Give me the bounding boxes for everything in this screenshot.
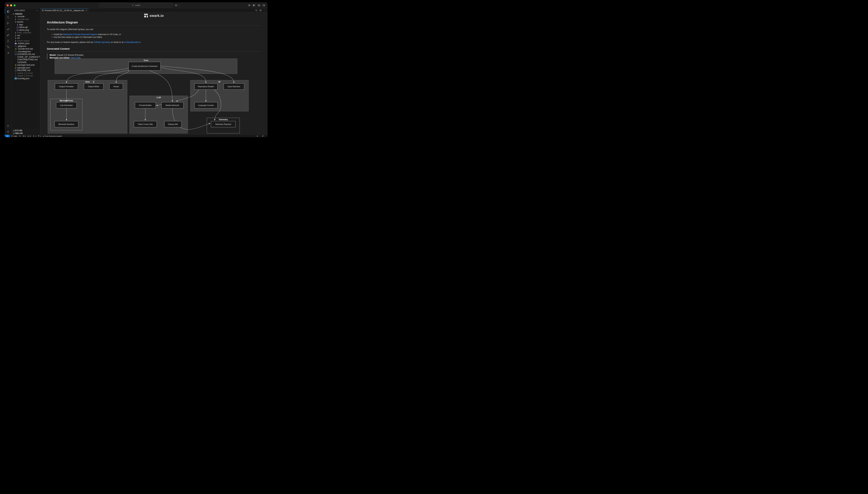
explorer-more-actions-icon[interactable]: ⋯: [36, 9, 38, 12]
text: Mermaid Live Editor: [50, 57, 70, 59]
tree-file-CHANGELOG.md[interactable]: CHANGELOG.md: [12, 53, 40, 56]
tree-file-README.md[interactable]: iREADME.md: [12, 69, 40, 72]
vscode-window: swark EXPLORER ⋯ ❯SWARK❯.vscode❯.vscode-…: [5, 2, 268, 137]
tree-folder-SWARK[interactable]: ❯SWARK: [12, 13, 40, 15]
toggle-primary-sidebar-icon[interactable]: [253, 4, 255, 6]
tree-file-swark-1.3.6.vsix[interactable]: ≡swark-1.3.6.vsix: [12, 75, 40, 77]
status-sync[interactable]: [19, 135, 21, 137]
link[interactable]: View: [71, 57, 75, 59]
activity-bar-item-remote-explorer[interactable]: [5, 44, 12, 50]
activity-bar-item-files[interactable]: [5, 8, 12, 14]
tree-folder-src[interactable]: ❯src: [12, 37, 40, 40]
divider: [47, 25, 261, 26]
error-icon: [23, 135, 24, 137]
tree-file-.gitignore[interactable]: .gitignore: [12, 45, 40, 48]
js-file-icon: JS: [15, 48, 17, 50]
tree-file-LICENSE[interactable]: LICENSE: [12, 61, 40, 64]
customize-layout-icon[interactable]: [248, 4, 251, 6]
tree-file-swark-1.3.4.vsix[interactable]: ≡swark-1.3.4.vsix: [12, 72, 40, 75]
chevron-right-icon: ❯: [12, 130, 14, 132]
minimize-window-button[interactable]: [10, 4, 12, 6]
git-file-icon: [14, 50, 17, 53]
tree-file-demo.png[interactable]: demo.png: [12, 28, 40, 32]
tree-folder-logo[interactable]: ❯logo: [12, 23, 40, 26]
copilot-icon[interactable]: [175, 4, 177, 6]
diagram-node-label: Output Formatter: [59, 85, 74, 88]
status-label: main: [14, 135, 17, 137]
tree-file-CONTRIBUTING.md[interactable]: CONTRIBUTING.md: [12, 58, 40, 61]
activity-bar-item-azure[interactable]: [5, 50, 12, 56]
editor-area: Preview 2025-01-10__15-08-14__diagram.md…: [40, 8, 268, 135]
activity-bar-item-testing[interactable]: [5, 38, 12, 44]
toggle-panel-icon[interactable]: [258, 4, 260, 6]
tree-item-label: demo.gif: [19, 26, 27, 28]
text: : Claude 3.5 Sonnet (Preview): [56, 54, 83, 56]
tree-folder-.vscode[interactable]: ❯.vscode: [12, 15, 40, 18]
diagram-group-label: IO: [191, 81, 249, 83]
tree-file-.vscode-test.mjs[interactable]: JS.vscode-test.mjs: [12, 48, 40, 50]
chevron-down-icon[interactable]: [178, 4, 179, 6]
tree-file-package-lock.json[interactable]: {}package-lock.json: [12, 64, 40, 66]
sidebar-section-outline[interactable]: ❯OUTLINE: [12, 129, 40, 132]
split-editor-icon[interactable]: [259, 9, 262, 12]
activity-bar-item-run-debug[interactable]: [5, 26, 12, 32]
link[interactable]: Markdown Preview Mermaid Support: [63, 33, 97, 36]
activity-bar-item-search[interactable]: [5, 14, 12, 20]
tree-folder-.vscode-test[interactable]: ❯.vscode-test: [12, 18, 40, 21]
diagram-group-mermaidtools: MermaidTools: [50, 99, 82, 130]
tree-folder-assets[interactable]: ❯assets: [12, 21, 40, 23]
zoom-window-button[interactable]: [14, 4, 16, 6]
diagram-node-pb: Prompt Builder: [135, 102, 156, 108]
tree-folder-swark-output[interactable]: ❯swark-output: [12, 39, 40, 42]
command-center-search[interactable]: swark: [99, 3, 173, 7]
sidebar-section-timeline[interactable]: ❯TIMELINE: [12, 132, 40, 135]
tree-item-label: CHANGELOG.md: [17, 53, 35, 55]
link[interactable]: contact@swark.io: [124, 41, 140, 43]
status-warning-0[interactable]: 0: [27, 135, 31, 137]
diagram-node-label: Model Interactor: [165, 104, 179, 107]
tree-file-demo.gif[interactable]: demo.gif: [12, 26, 40, 29]
swark-logo-icon: [144, 14, 148, 18]
status-copilot[interactable]: [256, 135, 258, 137]
diagram-group-core: Core: [55, 59, 237, 74]
status-debug-run-extension-swark-[interactable]: Run Extension (swark): [43, 135, 62, 137]
tree-file-package.json[interactable]: {}package.json: [12, 66, 40, 69]
azure-icon: [6, 51, 9, 54]
more-actions-icon[interactable]: [263, 9, 266, 12]
tab-preview-diagram[interactable]: Preview 2025-01-10__15-08-14__diagram.md…: [40, 8, 88, 12]
status-error-0[interactable]: 0: [23, 135, 26, 137]
toggle-secondary-sidebar-icon[interactable]: [262, 4, 265, 6]
edge-cac-to-of: [66, 68, 129, 82]
diagram-node-tr: Telemetry Reporter: [211, 121, 236, 127]
activity-bar-item-settings[interactable]: [5, 129, 12, 135]
activity-bar-item-source-control[interactable]: [5, 20, 12, 26]
tree-file-CODE_OF_CONDUCT.md[interactable]: ↓CODE_OF_CONDUCT.md: [12, 56, 40, 58]
tab-close-icon[interactable]: ×: [86, 10, 87, 12]
tree-folder-out[interactable]: ❯out: [12, 34, 40, 37]
tree-folder-node_modules[interactable]: ❯node_modules: [12, 32, 40, 34]
status-remote[interactable]: [5, 135, 10, 137]
tree-item-label: CODE_OF_CONDUCT.md: [17, 56, 40, 58]
activity-bar-item-extensions[interactable]: [5, 32, 12, 38]
diagram-node-label: Debug Utils: [168, 123, 178, 126]
status-tools-1[interactable]: 1: [33, 135, 36, 137]
diagram-node-label: Viewer: [113, 85, 119, 88]
tab-label: Preview 2025-01-10__15-08-14__diagram.md: [45, 10, 84, 12]
activity-bar-item-account[interactable]: [5, 123, 12, 129]
link[interactable]: Edit: [77, 57, 81, 59]
close-window-button[interactable]: [6, 4, 9, 6]
tree-file-.vscodeignore[interactable]: .vscodeignore: [12, 50, 40, 53]
status-tower-0[interactable]: 0: [38, 135, 41, 137]
tools-icon: [33, 135, 35, 137]
status-branch-main[interactable]: main: [11, 135, 17, 137]
diagram-group-label: MermaidTools: [51, 99, 82, 101]
status-bell-dot[interactable]: [262, 135, 264, 137]
blockquote-line: Model: Claude 3.5 Sonnet (Preview): [50, 54, 261, 56]
open-preview-source-icon[interactable]: [255, 9, 257, 12]
link[interactable]: GitHub repository: [94, 41, 110, 43]
chevron-down-icon: ❯: [13, 13, 15, 15]
tree-file-.eslintrc.json[interactable]: .eslintrc.json: [12, 42, 40, 45]
sync-icon: [19, 135, 21, 137]
tree-file-tsconfig.json[interactable]: TStsconfig.json: [12, 77, 40, 80]
extensions-icon: [6, 34, 9, 37]
